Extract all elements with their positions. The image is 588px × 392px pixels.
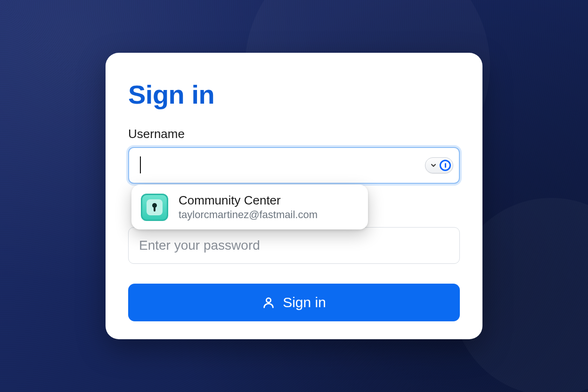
person-icon	[262, 296, 275, 309]
svg-point-0	[266, 298, 270, 302]
autofill-suggestion[interactable]: Community Center taylorcmartinez@fastmai…	[131, 185, 368, 229]
autofill-suggestion-title: Community Center	[179, 193, 318, 208]
username-field-wrap: Community Center taylorcmartinez@fastmai…	[128, 147, 460, 184]
signin-card: Sign in Username Community Center taylor…	[106, 53, 482, 339]
password-manager-inline-button[interactable]	[425, 157, 453, 173]
page-title: Sign in	[128, 79, 460, 110]
signin-button-label: Sign in	[283, 294, 326, 310]
signin-button[interactable]: Sign in	[128, 284, 460, 321]
username-input[interactable]	[128, 147, 460, 184]
onepassword-icon	[440, 160, 451, 171]
text-caret	[140, 156, 141, 173]
keyhole-icon	[152, 203, 157, 212]
password-field-wrap	[128, 227, 460, 264]
username-label: Username	[128, 127, 460, 141]
chevron-down-icon	[429, 161, 438, 170]
password-input[interactable]	[128, 227, 460, 264]
autofill-suggestion-subtitle: taylorcmartinez@fastmail.com	[179, 209, 318, 221]
vault-item-icon	[141, 194, 168, 221]
